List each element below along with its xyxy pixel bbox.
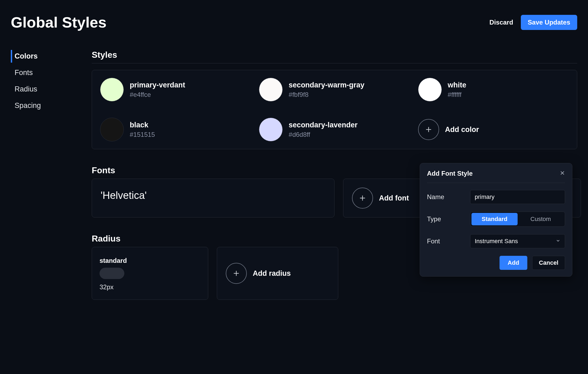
sidebar-item-radius[interactable]: Radius <box>11 83 81 96</box>
radius-value: 32px <box>100 283 200 291</box>
add-radius-button[interactable]: Add radius <box>217 247 338 300</box>
font-card[interactable]: 'Helvetica' <box>92 179 334 217</box>
discard-button[interactable]: Discard <box>490 19 513 26</box>
color-swatch <box>100 118 124 141</box>
color-name: secondary-warm-gray <box>289 81 364 89</box>
color-item[interactable]: white #ffffff <box>418 78 569 101</box>
popover-add-button[interactable]: Add <box>500 256 527 270</box>
color-name: black <box>130 121 155 129</box>
color-hex: #151515 <box>130 131 155 138</box>
page-title: Global Styles <box>11 13 107 31</box>
plus-icon <box>226 263 247 284</box>
save-updates-button[interactable]: Save Updates <box>521 15 577 30</box>
color-swatch <box>100 78 124 101</box>
name-input[interactable] <box>470 190 565 204</box>
color-item[interactable]: secondary-warm-gray #fbf9f8 <box>259 78 410 101</box>
color-swatch <box>259 78 283 101</box>
font-label: Font <box>427 237 470 245</box>
popover-cancel-button[interactable]: Cancel <box>532 256 565 270</box>
colors-card: primary-verdant #e4ffce secondary-warm-g… <box>92 70 577 149</box>
color-swatch <box>259 118 283 141</box>
sidebar-item-spacing[interactable]: Spacing <box>11 99 81 112</box>
styles-section-title: Styles <box>92 50 577 60</box>
color-hex: #fbf9f8 <box>289 91 364 98</box>
color-item[interactable]: secondary-lavender #d6d8ff <box>259 118 410 141</box>
radius-preview <box>100 268 124 279</box>
color-name: secondary-lavender <box>289 121 357 129</box>
color-hex: #ffffff <box>448 91 466 98</box>
sidebar: Colors Fonts Radius Spacing <box>11 50 81 300</box>
plus-icon <box>352 188 373 209</box>
sidebar-item-colors[interactable]: Colors <box>11 50 81 63</box>
popover-title: Add Font Style <box>427 170 473 177</box>
divider <box>92 63 577 63</box>
type-option-standard[interactable]: Standard <box>471 213 518 225</box>
close-icon[interactable] <box>560 170 565 177</box>
color-item[interactable]: primary-verdant #e4ffce <box>100 78 251 101</box>
sidebar-item-fonts[interactable]: Fonts <box>11 66 81 79</box>
font-select-value: Instrument Sans <box>475 238 518 245</box>
color-name: white <box>448 81 466 89</box>
add-font-label: Add font <box>379 194 409 202</box>
radius-name: standard <box>100 257 200 264</box>
type-segmented: Standard Custom <box>470 212 565 227</box>
plus-icon <box>418 119 439 140</box>
page-header: Global Styles Discard Save Updates <box>11 13 577 31</box>
add-radius-label: Add radius <box>253 269 291 278</box>
color-hex: #d6d8ff <box>289 131 357 138</box>
color-hex: #e4ffce <box>130 91 185 98</box>
chevron-down-icon <box>556 238 560 245</box>
add-font-popover: Add Font Style Name Type Standard Custom… <box>420 163 572 277</box>
font-select[interactable]: Instrument Sans <box>470 234 565 248</box>
type-option-custom[interactable]: Custom <box>518 213 564 225</box>
color-name: primary-verdant <box>130 81 185 89</box>
header-actions: Discard Save Updates <box>490 15 577 30</box>
color-item[interactable]: black #151515 <box>100 118 251 141</box>
radius-card[interactable]: standard 32px <box>92 247 208 300</box>
color-swatch <box>418 78 442 101</box>
add-color-label: Add color <box>445 125 479 134</box>
font-display: 'Helvetica' <box>101 190 147 201</box>
name-label: Name <box>427 193 470 201</box>
add-color-button[interactable]: Add color <box>418 118 569 141</box>
type-label: Type <box>427 215 470 223</box>
